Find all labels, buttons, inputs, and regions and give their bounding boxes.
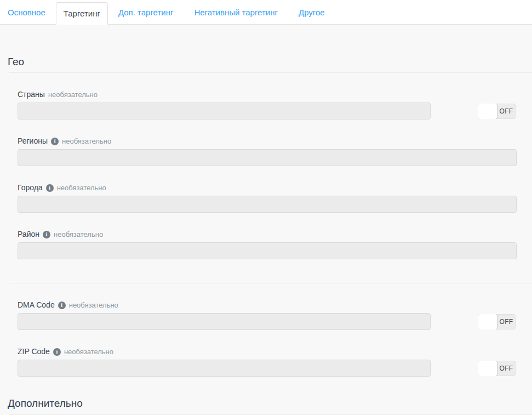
tab-other[interactable]: Другое — [288, 0, 335, 24]
countries-input[interactable] — [18, 103, 431, 120]
toggle-handle — [478, 314, 497, 329]
toggle-off-label: OFF — [497, 314, 516, 329]
info-icon[interactable]: i — [46, 184, 54, 192]
optional-badge: необязательно — [69, 301, 118, 309]
field-label-line: Регионы i необязательно — [18, 137, 517, 145]
divider — [9, 283, 532, 283]
divider — [9, 72, 532, 73]
field-label-line: Район i необязательно — [18, 230, 517, 238]
tab-targeting[interactable]: Таргетинг — [56, 2, 108, 25]
info-icon[interactable]: i — [43, 231, 50, 238]
info-icon[interactable]: i — [58, 302, 66, 309]
tab-content: Гео Страны необязательно OFF Регионы — [0, 56, 532, 415]
toggle-handle — [478, 361, 497, 376]
field-label-line: Страны необязательно — [18, 90, 517, 99]
field-label-line: ZIP Code i необязательно — [18, 348, 517, 356]
regions-input[interactable] — [18, 149, 517, 166]
tab-additional-targeting[interactable]: Доп. таргетинг — [108, 0, 184, 24]
toggle-off-label: OFF — [497, 361, 516, 376]
field-row-dma-code: DMA Code i необязательно OFF — [18, 301, 517, 330]
section-title-geo: Гео — [8, 56, 532, 67]
optional-badge: необязательно — [54, 230, 103, 238]
zip-code-toggle[interactable]: OFF — [478, 361, 516, 376]
info-icon[interactable]: i — [53, 348, 61, 356]
field-row-cities: Города i необязательно — [18, 184, 517, 213]
dma-code-toggle[interactable]: OFF — [478, 314, 516, 329]
tab-negative-targeting[interactable]: Негативный таргетинг — [184, 0, 288, 24]
zip-code-input[interactable] — [18, 360, 431, 377]
field-label: Города — [18, 184, 43, 192]
field-label: Регионы — [18, 137, 48, 145]
geo-fields-group-1: Страны необязательно OFF Регионы i необя… — [18, 90, 517, 259]
field-label: DMA Code — [18, 301, 55, 309]
targeting-settings-page: Основное Таргетинг Доп. таргетинг Негати… — [0, 0, 532, 415]
cities-input[interactable] — [18, 196, 517, 213]
dma-code-input[interactable] — [18, 313, 431, 330]
district-input[interactable] — [18, 242, 517, 259]
geo-fields-group-2: DMA Code i необязательно OFF ZIP Code i … — [18, 301, 517, 377]
field-label-line: DMA Code i необязательно — [18, 301, 517, 309]
field-row-countries: Страны необязательно OFF — [18, 90, 517, 120]
info-icon[interactable]: i — [51, 138, 59, 145]
optional-badge: необязательно — [57, 184, 106, 192]
optional-badge: необязательно — [62, 137, 111, 145]
field-row-district: Район i необязательно — [18, 230, 517, 259]
section-title-additional: Дополнительно — [8, 398, 532, 409]
optional-badge: необязательно — [48, 90, 98, 99]
toggle-off-label: OFF — [497, 104, 516, 119]
field-label-line: Города i необязательно — [18, 184, 517, 192]
countries-toggle[interactable]: OFF — [478, 104, 516, 119]
tab-main[interactable]: Основное — [0, 0, 56, 24]
field-row-zip-code: ZIP Code i необязательно OFF — [18, 348, 517, 377]
tab-bar: Основное Таргетинг Доп. таргетинг Негати… — [0, 0, 532, 25]
field-label: ZIP Code — [18, 348, 50, 356]
field-label: Страны — [18, 90, 45, 99]
toggle-handle — [478, 104, 497, 119]
optional-badge: необязательно — [64, 348, 113, 356]
field-label: Район — [18, 230, 39, 238]
field-row-regions: Регионы i необязательно — [18, 137, 517, 166]
